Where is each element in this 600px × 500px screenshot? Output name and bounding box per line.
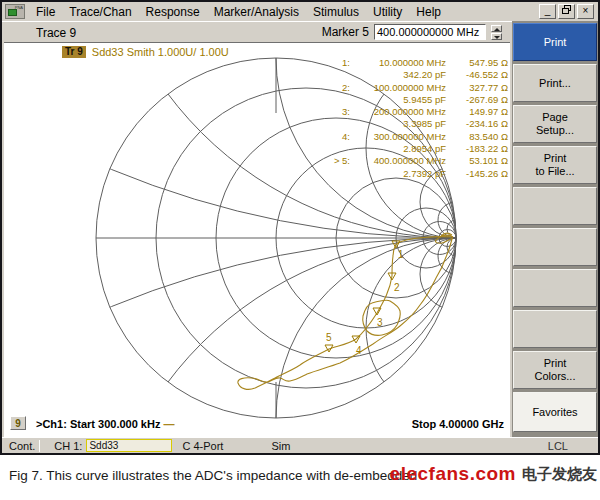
port-config-label: C 4-Port — [182, 440, 223, 452]
menu-bar: PNA File Trace/Chan Response Marker/Anal… — [2, 2, 598, 22]
menu-item-stimulus[interactable]: Stimulus — [306, 3, 366, 21]
stop-frequency-label: Stop 4.00000 GHz — [412, 418, 504, 430]
menu-item-trace-chan[interactable]: Trace/Chan — [62, 3, 138, 21]
softkey-print-dialog[interactable]: Print... — [513, 64, 597, 102]
pna-app-icon[interactable]: PNA — [5, 4, 25, 19]
figure-caption-area: Fig 7. This curve illustrates the ADC's … — [0, 455, 600, 500]
start-frequency-label: >Ch1: Start 300.000 kHz — — [36, 418, 173, 430]
menu-item-help[interactable]: Help — [409, 3, 448, 21]
softkey-page-setup[interactable]: Page Setup... — [513, 105, 597, 143]
readout-row: 2.7392 pF-145.26 Ω — [326, 168, 508, 180]
sdd33-trace — [238, 233, 453, 389]
trace-path — [238, 237, 453, 390]
trace-window-title: Trace 9 — [36, 26, 76, 40]
watermark: elecfans.com 电子发烧友 — [390, 463, 597, 485]
readout-row: 3:200.000000 MHz149.97 Ω — [326, 106, 508, 118]
marker5-label: Marker 5 — [322, 25, 369, 39]
sim-status: Sim — [271, 440, 290, 452]
softkey-favorites[interactable]: Favorites — [513, 392, 597, 432]
spinner-down-icon[interactable] — [491, 33, 502, 40]
softkey-blank-2[interactable] — [513, 228, 597, 266]
sweep-status: Cont. — [9, 440, 35, 452]
softkey-blank-1[interactable] — [513, 187, 597, 225]
elecfans-logo: elecfans.com — [390, 463, 516, 485]
trace-color-key: — — [163, 418, 173, 430]
marker5-spinner — [491, 25, 502, 40]
restore-button[interactable] — [558, 4, 575, 19]
minimize-button[interactable]: _ — [539, 4, 556, 19]
smith-chart-panel: Tr 9 Sdd33 Smith 1.000U/ 1.00U — [4, 42, 510, 437]
menu-item-response[interactable]: Response — [139, 3, 207, 21]
marker-4[interactable]: 4 — [352, 336, 362, 356]
readout-row: 342.20 pF-46.552 Ω — [326, 69, 508, 81]
trace-number-badge[interactable]: 9 — [10, 416, 26, 430]
marker-readout: 1:10.000000 MHz547.95 Ω 342.20 pF-46.552… — [326, 57, 508, 180]
softkey-blank-4[interactable] — [513, 310, 597, 348]
readout-row: 2.8954 pF-183.22 Ω — [326, 143, 508, 155]
marker-2[interactable]: 2 — [388, 273, 400, 293]
channel-label: CH 1: — [54, 440, 82, 452]
marker5-frequency-input[interactable]: 400.000000000 MHz — [374, 24, 486, 40]
svg-text:1: 1 — [398, 249, 404, 260]
softkey-sidebar: Print Print... Page Setup... Print to Fi… — [512, 21, 598, 437]
readout-row: 2:100.000000 MHz327.77 Ω — [326, 82, 508, 94]
svg-text:2: 2 — [394, 282, 400, 293]
status-bar: Cont. CH 1: Sdd33 C 4-Port Sim LCL — [2, 437, 598, 453]
figure-caption: Fig 7. This curve illustrates the ADC's … — [9, 468, 417, 483]
softkey-print-to-file[interactable]: Print to File... — [513, 146, 597, 184]
local-remote-status: LCL — [548, 440, 568, 452]
readout-row: 4:300.000000 MHz83.540 Ω — [326, 131, 508, 143]
readout-row: 1:10.000000 MHz547.95 Ω — [326, 57, 508, 69]
spinner-up-icon[interactable] — [491, 25, 502, 32]
statusbar-divider — [39, 440, 40, 452]
menu-item-utility[interactable]: Utility — [366, 3, 409, 21]
svg-text:3: 3 — [377, 317, 383, 328]
readout-row: > 5:400.000000 MHz53.101 Ω — [326, 155, 508, 167]
pna-screen-glyph — [8, 9, 17, 16]
trace-toolbar: Trace 9 Marker 5 400.000000000 MHz — [2, 23, 510, 42]
menu-item-file[interactable]: File — [29, 3, 62, 21]
svg-text:4: 4 — [356, 345, 362, 356]
restore-icon — [562, 5, 571, 14]
elecfans-chinese-label: 电子发烧友 — [522, 465, 597, 484]
readout-row: 3.3985 pF-234.16 Ω — [326, 118, 508, 130]
svg-text:5: 5 — [326, 332, 332, 343]
close-button[interactable]: × — [577, 4, 594, 19]
softkey-print[interactable]: Print — [513, 23, 597, 61]
softkey-print-colors[interactable]: Print Colors... — [513, 351, 597, 389]
stimulus-annotation-row: 9 >Ch1: Start 300.000 kHz — Stop 4.00000… — [8, 418, 506, 433]
measurement-field[interactable]: Sdd33 — [86, 439, 172, 452]
menu-item-marker-analysis[interactable]: Marker/Analysis — [207, 3, 306, 21]
pna-application-window: PNA File Trace/Chan Response Marker/Anal… — [0, 0, 600, 455]
readout-row: 5.9455 pF-267.69 Ω — [326, 94, 508, 106]
softkey-blank-3[interactable] — [513, 269, 597, 307]
